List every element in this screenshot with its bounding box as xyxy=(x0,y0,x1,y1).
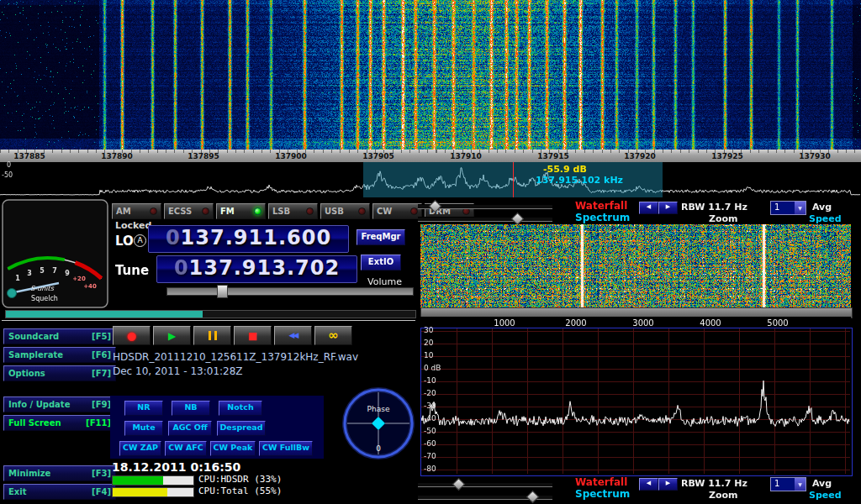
rf-spectrum-label[interactable]: Spectrum xyxy=(575,212,630,223)
af-shift-right-button[interactable]: ▶ xyxy=(658,478,678,491)
af-speed-label: Speed xyxy=(809,490,842,501)
soundcard-button[interactable]: Soundcard[F5] xyxy=(3,328,116,344)
despread-button[interactable]: Despread xyxy=(217,421,266,436)
freq-tick-label: 137925 xyxy=(711,152,743,160)
freq-tick-label: 137895 xyxy=(188,152,219,160)
freq-tick-label: 137905 xyxy=(362,152,394,160)
info-update-button[interactable]: Info / Update[F9] xyxy=(3,396,116,412)
button-label: Full Screen xyxy=(8,418,61,428)
button-label: Info / Update xyxy=(8,400,70,409)
spectrum-axis-label: 0 xyxy=(7,161,11,169)
af-speed-dropdown[interactable]: 1 ▼ xyxy=(770,477,806,491)
cw-zap-button[interactable]: CW ZAP xyxy=(119,441,161,456)
af-tick-label: 2000 xyxy=(565,318,586,328)
agc-off-button[interactable]: AGC Off xyxy=(168,421,212,436)
button-label: Soundcard xyxy=(8,332,59,341)
button-hotkey: [F9] xyxy=(92,400,111,409)
phase-dial: Phase 0 xyxy=(341,386,415,460)
minimize-button[interactable]: Minimize[F3] xyxy=(3,465,116,481)
rf-speed-dropdown[interactable]: 1 ▼ xyxy=(770,201,806,215)
rf-spectrum-slider[interactable] xyxy=(418,217,552,222)
af-waterfall-label[interactable]: Waterfall xyxy=(575,476,627,488)
play-icon: ▶ xyxy=(168,331,176,341)
notch-button[interactable]: Notch xyxy=(219,401,262,416)
mode-button-am[interactable]: AM xyxy=(112,203,161,219)
stop-button[interactable]: ■ xyxy=(234,326,272,345)
rf-waterfall-display[interactable] xyxy=(0,0,861,150)
tune-leading-zero: 0 xyxy=(174,256,189,280)
freqmgr-button[interactable]: FreqMgr xyxy=(357,229,405,245)
frequency-minor-ticks xyxy=(0,150,861,153)
nr-button[interactable]: NR xyxy=(124,401,163,416)
mode-button-cw[interactable]: CW xyxy=(372,203,422,219)
record-icon: ● xyxy=(127,330,136,341)
cw-peak-button[interactable]: CW Peak xyxy=(210,441,256,456)
af-spectrum-display[interactable] xyxy=(420,328,853,476)
lo-frequency-display[interactable]: 0137.911.600 xyxy=(148,225,349,253)
dropdown-arrow-icon[interactable]: ▼ xyxy=(795,202,806,214)
squelch-label: Squelch xyxy=(31,295,58,302)
rf-spectrum-display[interactable]: 0 -50 -55.9 dB 137.915.102 kHz xyxy=(0,162,861,197)
af-shift-left-button[interactable]: ◀ xyxy=(639,478,658,491)
mode-label: AM xyxy=(116,207,131,216)
af-tick-label: 3000 xyxy=(632,318,653,328)
af-spectrum-slider-thumb[interactable] xyxy=(526,491,540,504)
mode-led-icon xyxy=(358,207,366,215)
options-button[interactable]: Options[F7] xyxy=(3,365,116,381)
record-button[interactable]: ● xyxy=(113,326,151,345)
button-hotkey: [F7] xyxy=(92,369,111,378)
mode-button-ecss[interactable]: ECSS xyxy=(164,203,214,219)
cw-afc-button[interactable]: CW AFC xyxy=(165,441,207,456)
db-axis-label: 10 xyxy=(424,351,433,360)
play-button[interactable]: ▶ xyxy=(153,326,191,345)
mode-led-icon xyxy=(410,207,418,215)
freq-tick-label: 137900 xyxy=(275,152,307,160)
volume-slider-thumb[interactable] xyxy=(217,285,228,298)
af-waterfall-slider-thumb[interactable] xyxy=(452,478,466,491)
rf-waterfall-label[interactable]: Waterfall xyxy=(575,200,627,212)
button-label: Exit xyxy=(8,487,27,496)
cw-fullbw-button[interactable]: CW FullBw xyxy=(259,441,313,456)
squelch-knob xyxy=(8,289,17,298)
mode-button-lsb[interactable]: LSB xyxy=(268,203,318,219)
cpu-hdsdr-readout: CPU:HDSDR (33%) xyxy=(198,474,282,485)
rf-shift-right-button[interactable]: ▶ xyxy=(658,202,678,214)
stop-icon: ■ xyxy=(248,331,257,341)
mute-button[interactable]: Mute xyxy=(124,421,163,436)
rf-spectrum-slider-thumb[interactable] xyxy=(511,213,525,226)
meter-scale-label: 9 xyxy=(65,270,70,277)
af-tick-label: 5000 xyxy=(767,318,788,328)
button-label: Samplerate xyxy=(8,350,63,360)
samplerate-button[interactable]: Samplerate[F6] xyxy=(3,347,116,363)
db-axis-label: -40 xyxy=(424,414,436,423)
mode-label: CW xyxy=(377,207,392,216)
nb-button[interactable]: NB xyxy=(172,401,210,416)
af-waterfall-display[interactable] xyxy=(420,224,851,307)
dropdown-arrow-icon[interactable]: ▼ xyxy=(795,478,806,491)
af-spectrum-label[interactable]: Spectrum xyxy=(575,488,630,500)
af-waterfall-slider[interactable] xyxy=(418,482,552,487)
mode-button-fm[interactable]: FM xyxy=(216,203,266,219)
loop-button[interactable]: ∞ xyxy=(314,326,352,345)
exit-button[interactable]: Exit[F4] xyxy=(3,484,116,500)
pause-icon xyxy=(207,328,219,344)
cursor-freq-readout: 137.915.102 kHz xyxy=(536,175,623,186)
freq-tick-label: 137915 xyxy=(537,152,569,160)
mode-button-usb[interactable]: USB xyxy=(320,203,370,219)
mode-label: FM xyxy=(220,207,235,216)
extio-button[interactable]: ExtIO xyxy=(361,255,401,270)
fullscreen-button[interactable]: Full Screen[F11] xyxy=(3,415,116,431)
phase-label: Phase xyxy=(367,405,390,413)
record-progress-bar xyxy=(5,310,416,318)
rewind-button[interactable]: ◀◀ xyxy=(274,326,312,345)
meter-scale-label: +20 xyxy=(72,276,86,282)
tune-frequency-display[interactable]: 0137.913.702 xyxy=(156,255,357,283)
pause-button[interactable] xyxy=(193,326,231,345)
mode-label: ECSS xyxy=(168,207,192,216)
mode-led-icon xyxy=(254,207,261,215)
cpu-hdsdr-bar xyxy=(112,475,194,486)
lo-lock-badge[interactable]: A xyxy=(134,234,146,247)
volume-slider-track[interactable] xyxy=(166,287,414,296)
phase-zero-label: 0 xyxy=(376,444,381,453)
rf-shift-left-button[interactable]: ◀ xyxy=(639,202,658,214)
